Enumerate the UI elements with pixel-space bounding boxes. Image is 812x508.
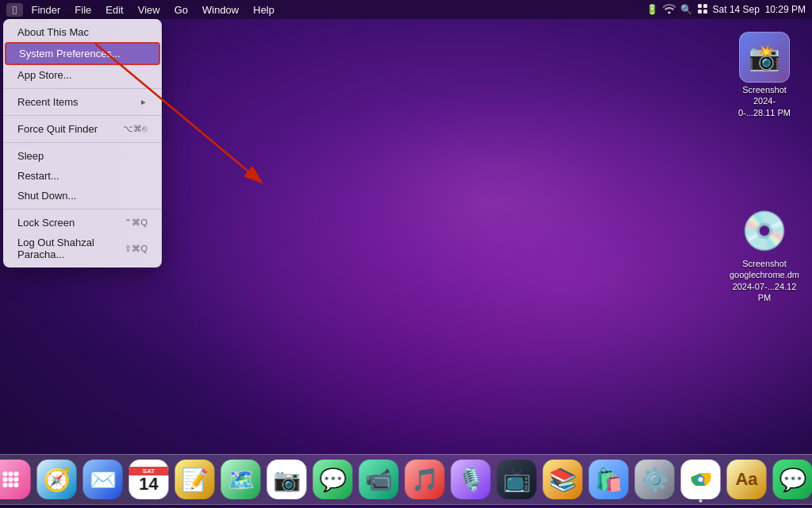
battery-icon: 🔋 [646,4,658,15]
menubar-left:  Finder File Edit View Go Window Help [6,2,281,17]
dock-appstore[interactable]: 🛍️ [588,459,630,500]
log-out[interactable]: Log Out Shahzal Paracha... ⇧⌘Q [5,233,160,264]
chrome-running-dot [699,499,703,502]
dock-system-preferences[interactable]: ⚙️ [634,459,676,500]
menu-separator-2 [3,115,162,116]
desktop:  Finder File Edit View Go Window Help 🔋… [0,0,812,508]
log-out-shortcut: ⇧⌘Q [124,244,147,254]
svg-point-15 [9,477,13,482]
window-menu[interactable]: Window [196,2,245,17]
dock-maps[interactable]: 🗺️ [220,459,262,500]
lock-screen-shortcut: ⌃⌘Q [124,217,147,228]
svg-rect-0 [698,4,702,8]
dock-notes[interactable]: 📝 [174,459,216,500]
sleep[interactable]: Sleep [5,146,160,166]
dock-chrome[interactable] [680,459,722,500]
dock-books[interactable]: 📚 [542,459,584,500]
dock-dictionary[interactable]: Aa [726,459,768,500]
dock-podcasts[interactable]: 🎙️ [450,459,492,500]
dock: 🔊 🧭 [0,454,812,505]
dock-launchpad[interactable] [0,459,32,500]
svg-rect-3 [703,10,707,13]
dock-photos[interactable]: 📷 [266,459,308,500]
dock-facetime[interactable]: 📹 [358,459,400,500]
dock-safari[interactable]: 🧭 [36,459,78,500]
svg-point-19 [14,483,19,487]
menu-separator-1 [3,88,162,89]
edit-menu[interactable]: Edit [99,2,129,17]
datetime: Sat 14 Sep 10:29 PM [713,4,806,15]
app-store[interactable]: App Store... [5,65,160,85]
svg-rect-1 [703,4,707,8]
svg-point-18 [9,483,13,487]
view-menu[interactable]: View [132,2,167,17]
dock-tv[interactable]: 📺 [496,459,538,500]
svg-point-13 [14,471,19,476]
dock-whatsapp[interactable]: 💬 [772,459,813,500]
about-this-mac[interactable]: About This Mac [5,22,160,42]
svg-point-12 [9,471,13,476]
force-quit-finder[interactable]: Force Quit Finder ⌥⌘⎋ [5,119,160,139]
svg-point-14 [3,477,8,482]
shut-down[interactable]: Shut Down... [5,186,160,206]
system-preferences[interactable]: System Preferences... [5,42,160,65]
finder-menu[interactable]: Finder [25,2,67,17]
menu-separator-3 [3,142,162,143]
screenshot-2-label: Screenshotgooglechrome.dm2024-07-...24.1… [730,258,799,303]
menu-separator-4 [3,209,162,210]
force-quit-shortcut: ⌥⌘⎋ [123,124,147,134]
help-menu[interactable]: Help [247,2,281,17]
screenshot-2-icon: 💿 [739,206,790,256]
svg-point-17 [3,483,8,487]
menubar:  Finder File Edit View Go Window Help 🔋… [0,0,812,19]
svg-point-16 [14,477,19,482]
desktop-icon-screenshot-2[interactable]: 💿 Screenshotgooglechrome.dm2024-07-...24… [733,202,796,306]
control-center-icon[interactable] [697,3,708,17]
desktop-icon-screenshot-1[interactable]: 📸 Screenshot2024-0-...28.11 PM [733,29,796,121]
dock-calendar[interactable]: SAT 14 [128,459,170,500]
dock-messages[interactable]: 💬 [312,459,354,500]
screenshot-1-icon: 📸 [739,32,790,83]
go-menu[interactable]: Go [168,2,194,17]
apple-menu-button[interactable]:  [6,3,23,17]
dock-music[interactable]: 🎵 [404,459,446,500]
apple-dropdown-menu: About This Mac System Preferences... App… [3,19,162,267]
search-menubar-icon[interactable]: 🔍 [680,4,692,15]
screenshot-1-label: Screenshot2024-0-...28.11 PM [736,84,793,118]
svg-point-23 [699,477,703,482]
restart[interactable]: Restart... [5,166,160,186]
wifi-icon [663,4,676,16]
recent-items[interactable]: Recent Items ► [5,92,160,112]
menubar-right: 🔋 🔍 Sat 14 Sep 10:29 PM [646,3,806,17]
svg-rect-2 [698,10,702,13]
lock-screen[interactable]: Lock Screen ⌃⌘Q [5,213,160,233]
dock-mail[interactable]: ✉️ [82,459,124,500]
svg-point-11 [3,471,8,476]
chevron-right-icon: ► [140,98,147,106]
file-menu[interactable]: File [68,2,98,17]
